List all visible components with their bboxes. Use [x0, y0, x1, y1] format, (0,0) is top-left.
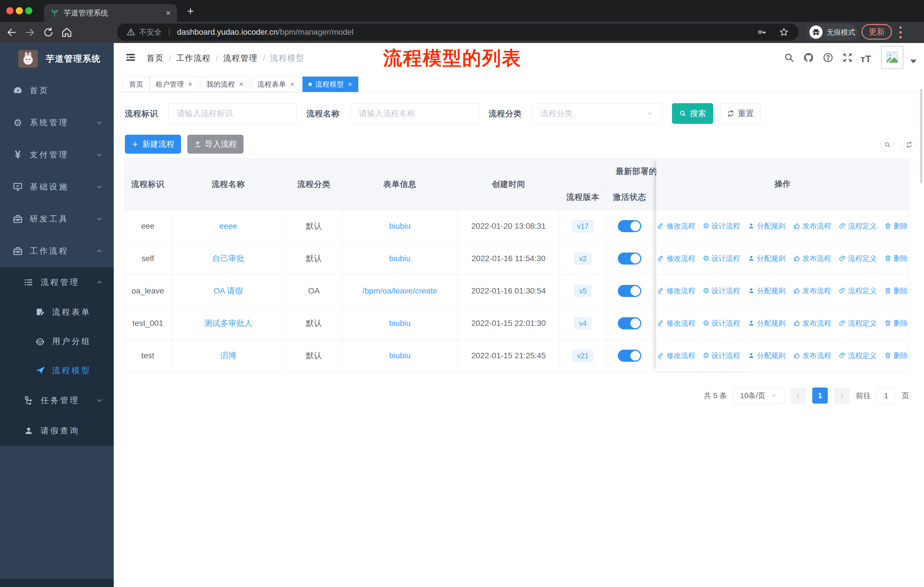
sidebar-item-task-management[interactable]: 任务管理	[0, 385, 114, 416]
github-icon[interactable]	[803, 52, 814, 63]
close-icon[interactable]: ×	[290, 80, 294, 88]
process-definition-link[interactable]: 流程定义	[839, 318, 877, 328]
form-info-link[interactable]: biubiu	[389, 319, 411, 328]
delete-link[interactable]: 删除	[884, 286, 908, 296]
sidebar-item-leave-query[interactable]: 请假查询	[0, 416, 114, 446]
font-size-icon[interactable]: ᴛT	[860, 53, 871, 64]
deploy-process-link[interactable]: 发布流程	[793, 286, 831, 296]
back-icon[interactable]	[6, 27, 17, 38]
delete-link[interactable]: 删除	[884, 318, 908, 328]
process-name-link[interactable]: 自己审批	[212, 253, 244, 264]
process-name-link[interactable]: 测试多审批人	[204, 318, 252, 329]
table-refresh-button[interactable]	[902, 138, 916, 152]
help-icon[interactable]	[823, 52, 833, 63]
process-name-link[interactable]: 滔博	[220, 350, 236, 361]
sidebar-item-process-management[interactable]: 流程管理	[0, 267, 114, 298]
process-name-input[interactable]	[351, 103, 479, 124]
deploy-process-link[interactable]: 发布流程	[793, 351, 831, 360]
search-button[interactable]: 搜索	[672, 103, 713, 124]
active-toggle[interactable]	[618, 253, 641, 265]
form-info-link[interactable]: biubiu	[389, 222, 411, 231]
sidebar-item-workflow[interactable]: 工作流程	[0, 235, 114, 267]
bookmark-star-icon[interactable]	[779, 27, 789, 37]
browser-menu-icon[interactable]	[899, 26, 902, 38]
form-info-link[interactable]: biubiu	[389, 351, 411, 360]
create-process-button[interactable]: 新建流程	[125, 135, 181, 154]
design-process-link[interactable]: ⚙设计流程	[703, 286, 740, 296]
assign-rule-link[interactable]: 分配规则	[747, 286, 785, 296]
delete-link[interactable]: 删除	[884, 254, 908, 263]
sidebar-item-user-group[interactable]: 用户分组	[0, 327, 114, 356]
home-icon[interactable]	[61, 27, 72, 38]
fullscreen-icon[interactable]	[842, 52, 853, 63]
process-definition-link[interactable]: 流程定义	[839, 351, 877, 360]
active-toggle[interactable]	[618, 285, 641, 297]
tag-tenant-management[interactable]: 租户管理×	[150, 76, 198, 92]
sidebar-item-process-form[interactable]: 流程表单	[0, 298, 114, 327]
sidebar-item-dev-tools[interactable]: 研发工具	[0, 203, 114, 235]
avatar[interactable]	[881, 46, 903, 69]
tag-process-form[interactable]: 流程表单×	[251, 76, 300, 92]
process-category-select[interactable]: 流程分类	[532, 103, 662, 124]
deploy-process-link[interactable]: 发布流程	[793, 318, 831, 328]
goto-page-input[interactable]	[877, 387, 895, 403]
app-logo-row[interactable]: 芋道管理系统	[0, 43, 114, 74]
browser-update-button[interactable]: 更新	[861, 24, 892, 40]
assign-rule-link[interactable]: 分配规则	[747, 254, 785, 263]
breadcrumb-home[interactable]: 首页	[147, 53, 164, 64]
active-toggle[interactable]	[618, 350, 641, 362]
close-icon[interactable]: ×	[188, 80, 193, 88]
design-process-link[interactable]: ⚙设计流程	[703, 221, 740, 231]
sidebar-item-infrastructure[interactable]: 基础设施	[0, 171, 114, 203]
traffic-light-minimize[interactable]	[16, 7, 23, 14]
new-tab-button[interactable]	[186, 6, 195, 16]
page-scrollbar[interactable]	[920, 89, 922, 184]
header-search-icon[interactable]	[784, 52, 795, 63]
active-toggle[interactable]	[618, 220, 641, 232]
delete-link[interactable]: 删除	[884, 351, 908, 360]
avatar-caret-icon[interactable]	[910, 60, 917, 63]
close-icon[interactable]: ×	[239, 80, 243, 88]
traffic-light-close[interactable]	[6, 7, 13, 14]
process-definition-link[interactable]: 流程定义	[839, 254, 877, 263]
page-1-button[interactable]: 1	[812, 387, 828, 403]
edit-process-link[interactable]: 修改流程	[657, 286, 695, 296]
delete-link[interactable]: 删除	[884, 221, 908, 231]
browser-tab[interactable]: 芋道管理系统 ×	[44, 4, 177, 22]
edit-process-link[interactable]: 修改流程	[657, 254, 695, 263]
prev-page-button[interactable]	[790, 387, 806, 403]
deploy-process-link[interactable]: 发布流程	[793, 254, 831, 263]
process-definition-link[interactable]: 流程定义	[839, 221, 877, 231]
process-name-link[interactable]: eeee	[219, 222, 237, 231]
sidebar-item-payment[interactable]: ¥ 支付管理	[0, 139, 114, 171]
breadcrumb-workflow[interactable]: 工作流程	[177, 53, 211, 64]
reset-button[interactable]: 重置	[720, 103, 761, 124]
traffic-light-zoom[interactable]	[25, 7, 32, 14]
security-label[interactable]: 不安全	[139, 27, 162, 37]
sidebar-item-process-model[interactable]: 流程模型	[0, 356, 114, 385]
close-icon[interactable]: ×	[348, 80, 352, 88]
tag-process-model[interactable]: 流程模型×	[302, 76, 358, 92]
next-page-button[interactable]	[834, 387, 850, 403]
table-search-toggle-button[interactable]	[881, 138, 894, 152]
tag-home[interactable]: 首页	[123, 76, 150, 92]
tag-my-process[interactable]: 我的流程×	[201, 76, 249, 92]
import-process-button[interactable]: 导入流程	[187, 135, 243, 154]
design-process-link[interactable]: ⚙设计流程	[703, 318, 740, 328]
assign-rule-link[interactable]: 分配规则	[747, 351, 785, 360]
sidebar-item-home[interactable]: 首页	[0, 74, 114, 107]
design-process-link[interactable]: ⚙设计流程	[703, 351, 740, 360]
process-definition-link[interactable]: 流程定义	[839, 286, 877, 296]
reload-icon[interactable]	[43, 27, 54, 38]
sidebar-item-system[interactable]: ⚙ 系统管理	[0, 107, 114, 139]
breadcrumb-process-management[interactable]: 流程管理	[223, 53, 258, 64]
sidebar-collapse-icon[interactable]	[125, 51, 136, 63]
tab-close-icon[interactable]: ×	[165, 8, 171, 17]
design-process-link[interactable]: ⚙设计流程	[703, 254, 740, 263]
forward-icon[interactable]	[24, 27, 35, 38]
assign-rule-link[interactable]: 分配规则	[747, 221, 785, 231]
assign-rule-link[interactable]: 分配规则	[747, 318, 785, 328]
address-bar[interactable]: 不安全 dashboard.yudao.iocoder.cn /bpm/mana…	[117, 23, 799, 41]
edit-process-link[interactable]: 修改流程	[657, 351, 695, 360]
form-info-link[interactable]: /bpm/oa/leave/create	[362, 286, 437, 296]
